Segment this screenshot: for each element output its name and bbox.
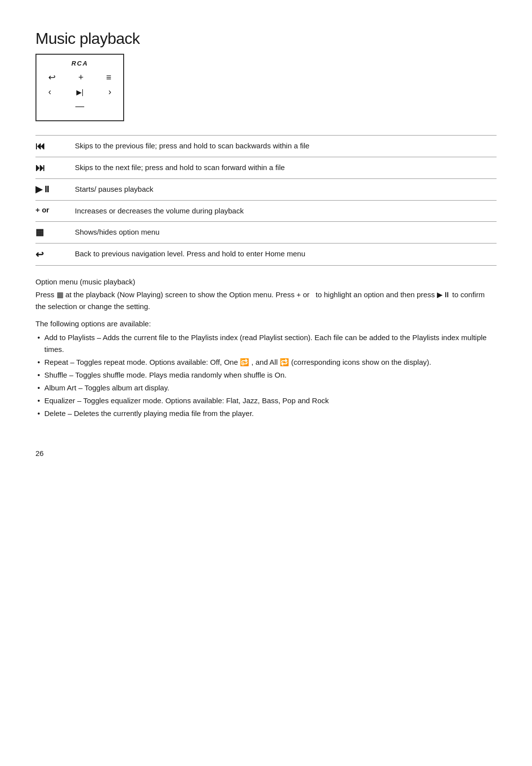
- list-item: Add to Playlists – Adds the current file…: [35, 332, 497, 355]
- device-row-2: ‹ ▶| ›: [43, 85, 116, 99]
- menu-icon: ▦: [35, 222, 75, 244]
- device-row-1: ↩ + ≡: [43, 70, 116, 85]
- table-row: ⏭ Skips to the next file; press and hold…: [35, 157, 497, 179]
- back-desc: Back to previous navigation level. Press…: [75, 243, 497, 265]
- skip-prev-desc: Skips to the previous file; press and ho…: [75, 136, 497, 157]
- list-item: Equalizer – Toggles equalizer mode. Opti…: [35, 395, 497, 407]
- option-menu-description: Press ▦ at the playback (Now Playing) sc…: [35, 289, 497, 313]
- list-item: Shuffle – Toggles shuffle mode. Plays me…: [35, 369, 497, 381]
- table-row: + or Increases or decreases the volume d…: [35, 200, 497, 222]
- play-pause-icon: ▶⏸: [35, 179, 75, 201]
- volume-icon: + or: [35, 200, 75, 222]
- play-pause-desc: Starts/ pauses playback: [75, 179, 497, 201]
- back-icon: ↩: [35, 243, 75, 265]
- table-row: ▶⏸ Starts/ pauses playback: [35, 179, 497, 201]
- page-number: 26: [35, 449, 497, 457]
- table-row: ↩ Back to previous navigation level. Pre…: [35, 243, 497, 265]
- list-item: Delete – Deletes the currently playing m…: [35, 408, 497, 419]
- list-item: Repeat – Toggles repeat mode. Options av…: [35, 356, 497, 368]
- device-diagram: RCA ↩ + ≡ ‹ ▶| › —: [35, 54, 124, 121]
- next-icon-device: ›: [108, 87, 111, 97]
- menu-desc: Shows/hides option menu: [75, 222, 497, 244]
- option-menu-title: Option menu (music playback): [35, 278, 497, 286]
- table-row: ▦ Shows/hides option menu: [35, 222, 497, 244]
- plus-icon-device: +: [78, 72, 84, 83]
- list-item: Album Art – Toggles album art display.: [35, 382, 497, 394]
- playpause-icon-inline: ▶⏸: [437, 290, 450, 299]
- skip-prev-icon: ⏮: [35, 136, 75, 157]
- minus-icon-device: —: [75, 101, 84, 111]
- skip-next-desc: Skips to the next file; press and hold t…: [75, 157, 497, 179]
- available-options-title: The following options are available:: [35, 319, 497, 328]
- playpause-icon-device: ▶|: [76, 88, 84, 96]
- table-row: ⏮ Skips to the previous file; press and …: [35, 136, 497, 157]
- menu-icon-device: ≡: [106, 72, 111, 83]
- skip-next-icon: ⏭: [35, 157, 75, 179]
- page-title: Music playback: [35, 30, 497, 48]
- prev-icon-device: ‹: [48, 87, 51, 97]
- device-row-3: —: [43, 99, 116, 113]
- device-brand: RCA: [43, 60, 116, 67]
- back-icon-device: ↩: [48, 72, 56, 83]
- controls-table: ⏮ Skips to the previous file; press and …: [35, 135, 497, 266]
- options-list: Add to Playlists – Adds the current file…: [35, 332, 497, 419]
- volume-desc: Increases or decreases the volume during…: [75, 200, 497, 222]
- menu-icon-inline: ▦: [57, 290, 64, 299]
